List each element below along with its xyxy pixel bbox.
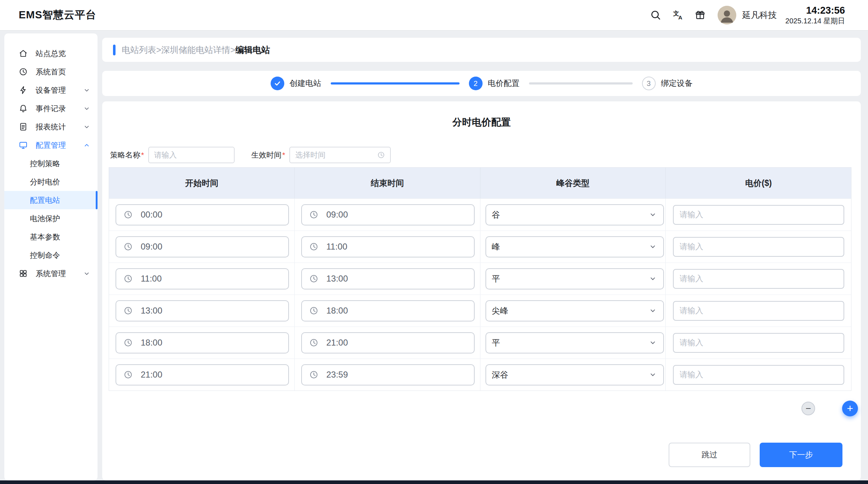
sidebar-item-label: 事件记录 — [36, 104, 66, 114]
sidebar-item-site-overview[interactable]: 站点总览 — [4, 44, 98, 63]
sidebar-item-report-statistics[interactable]: 报表统计 — [4, 118, 98, 136]
peak-type-select[interactable]: 谷 — [485, 204, 664, 225]
price-input[interactable] — [673, 205, 844, 225]
grid-icon — [19, 269, 28, 278]
strategy-name-label: 策略名称 — [110, 150, 140, 160]
end-time-picker[interactable]: 21:00 — [301, 332, 475, 353]
end-time-picker[interactable]: 18:00 — [301, 300, 475, 321]
skip-button[interactable]: 跳过 — [669, 443, 750, 467]
clock-time: 14:23:56 — [785, 5, 845, 17]
end-time-picker[interactable]: 23:59 — [301, 364, 475, 385]
avatar[interactable] — [718, 6, 736, 24]
end-time-value: 21:00 — [326, 338, 348, 348]
strategy-form-row: 策略名称 * 生效时间 * 选择时间 — [110, 147, 861, 163]
start-time-picker[interactable]: 09:00 — [116, 236, 289, 257]
sidebar-item-configure-station[interactable]: 配置电站 — [4, 191, 98, 209]
peak-type-select[interactable]: 深谷 — [485, 364, 664, 385]
steps-card: 创建电站 2 电价配置 3 绑定设备 — [102, 71, 861, 96]
clock-block: 14:23:56 2025.12.14 星期日 — [785, 5, 845, 25]
peak-type-select[interactable]: 平 — [485, 268, 664, 289]
sidebar-item-config-management[interactable]: 配置管理 — [4, 136, 98, 154]
price-input[interactable] — [673, 301, 844, 321]
table-row: 21:00 23:59 深谷 — [109, 359, 851, 391]
price-input[interactable] — [673, 333, 844, 353]
start-time-picker[interactable]: 11:00 — [116, 268, 289, 289]
clock-icon — [123, 306, 133, 315]
step-price-config: 2 电价配置 — [469, 77, 520, 90]
top-bar: EMS智慧云平台 延凡科技 14:23:56 2025.12.14 星期日 — [0, 0, 868, 30]
page-title: 分时电价配置 — [102, 101, 861, 129]
sidebar-item-control-commands[interactable]: 控制命令 — [4, 246, 98, 264]
table-row: 00:00 09:00 谷 — [109, 198, 851, 230]
app-title: EMS智慧云平台 — [19, 8, 96, 22]
end-time-picker[interactable]: 09:00 — [301, 204, 475, 225]
sidebar-item-control-strategy[interactable]: 控制策略 — [4, 154, 98, 173]
peak-type-select[interactable]: 峰 — [485, 236, 664, 257]
step-connector-done — [331, 82, 460, 85]
next-step-button[interactable]: 下一步 — [760, 443, 842, 467]
sidebar-item-device-management[interactable]: 设备管理 — [4, 81, 98, 99]
effective-time-label: 生效时间 — [251, 150, 281, 160]
peak-type-value: 深谷 — [492, 369, 649, 380]
end-time-picker[interactable]: 13:00 — [301, 268, 475, 289]
start-time-picker[interactable]: 18:00 — [116, 332, 289, 353]
price-input[interactable] — [673, 365, 844, 385]
peak-type-select[interactable]: 平 — [485, 332, 664, 353]
sidebar-item-label: 配置电站 — [30, 195, 60, 205]
sidebar-item-event-records[interactable]: 事件记录 — [4, 99, 98, 118]
price-input[interactable] — [673, 269, 844, 289]
sidebar-item-label: 控制策略 — [30, 159, 60, 169]
column-header-end-time: 结束时间 — [295, 168, 480, 198]
start-time-picker[interactable]: 21:00 — [116, 364, 289, 385]
sidebar: 站点总览 系统首页 设备管理 事件记录 报表统计 配置管理 控制策略 — [4, 33, 98, 480]
column-header-price: 电价($) — [666, 168, 851, 198]
sidebar-item-tou-price[interactable]: 分时电价 — [4, 173, 98, 191]
start-time-value: 11:00 — [141, 274, 162, 284]
effective-time-placeholder: 选择时间 — [295, 150, 377, 160]
sidebar-item-battery-protection[interactable]: 电池保护 — [4, 209, 98, 228]
gift-button[interactable] — [692, 7, 708, 23]
remove-row-button[interactable]: − — [801, 402, 815, 415]
end-time-value: 23:59 — [326, 370, 348, 380]
column-header-start-time: 开始时间 — [109, 168, 295, 198]
required-mark: * — [141, 151, 144, 159]
home-icon — [19, 49, 28, 58]
clock-icon — [123, 210, 133, 219]
chevron-down-icon — [649, 211, 657, 219]
clock-icon — [309, 274, 318, 283]
search-button[interactable] — [647, 7, 664, 23]
main-panel: 分时电价配置 策略名称 * 生效时间 * 选择时间 开始时间 结束时间 峰谷类型… — [102, 101, 861, 480]
start-time-picker[interactable]: 00:00 — [116, 204, 289, 225]
chevron-down-icon — [83, 123, 90, 131]
peak-type-select[interactable]: 尖峰 — [485, 300, 664, 321]
peak-type-value: 谷 — [492, 209, 649, 220]
sidebar-item-label: 设备管理 — [36, 85, 66, 95]
price-input[interactable] — [673, 237, 844, 257]
clock-icon — [123, 370, 133, 379]
breadcrumb-card: 电站列表>深圳储能电站详情> 编辑电站 — [102, 38, 861, 62]
end-time-value: 13:00 — [326, 274, 348, 284]
breadcrumb[interactable]: 电站列表>深圳储能电站详情> — [122, 44, 235, 56]
sidebar-item-label: 分时电价 — [30, 177, 60, 187]
add-row-button[interactable]: + — [842, 401, 858, 416]
chevron-down-icon — [83, 105, 90, 112]
breadcrumb-current: 编辑电站 — [235, 44, 270, 56]
sidebar-item-label: 系统管理 — [36, 269, 66, 279]
strategy-name-input[interactable] — [148, 147, 235, 163]
sidebar-item-system-home[interactable]: 系统首页 — [4, 63, 98, 81]
clock-icon — [309, 210, 318, 219]
effective-time-picker[interactable]: 选择时间 — [289, 147, 391, 163]
step3-label: 绑定设备 — [661, 78, 693, 89]
start-time-picker[interactable]: 13:00 — [116, 300, 289, 321]
bottom-scrollbar-strip[interactable] — [0, 480, 868, 484]
sidebar-item-label: 基本参数 — [30, 232, 60, 242]
sidebar-item-basic-parameters[interactable]: 基本参数 — [4, 228, 98, 246]
end-time-picker[interactable]: 11:00 — [301, 236, 475, 257]
sidebar-item-label: 电池保护 — [30, 214, 60, 224]
chevron-up-icon — [83, 142, 90, 149]
app: 文A EMS智慧云平台 延凡科技 14:23:56 2025.12.14 星期日… — [0, 0, 868, 484]
translate-button[interactable] — [669, 7, 686, 23]
chevron-down-icon — [649, 307, 657, 315]
bolt-icon — [19, 86, 28, 95]
sidebar-item-system-management[interactable]: 系统管理 — [4, 264, 98, 283]
